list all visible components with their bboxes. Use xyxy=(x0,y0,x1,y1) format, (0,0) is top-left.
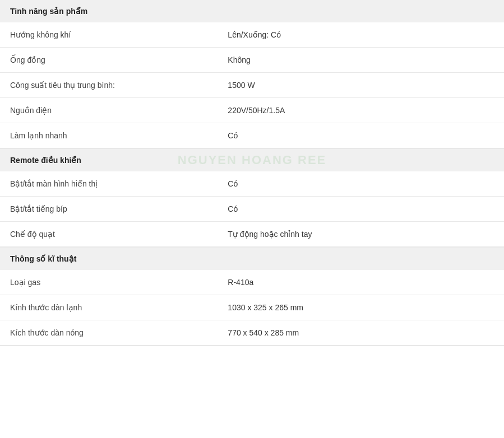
spec-label: Chế độ quạt xyxy=(10,230,228,239)
spec-row: Bật/tắt màn hình hiển thịCó xyxy=(0,171,504,197)
section-block-thong-so: Thông số kĩ thuậtLoại gasR-410aKính thướ… xyxy=(0,248,504,346)
spec-label: Bật/tắt màn hình hiển thị xyxy=(10,179,228,188)
spec-label: Bật/tắt tiếng bíp xyxy=(10,204,228,213)
spec-row: Hướng không khíLên/Xuống: Có xyxy=(0,22,504,48)
spec-row: Bật/tắt tiếng bípCó xyxy=(0,197,504,222)
spec-label: Hướng không khí xyxy=(10,30,228,39)
section-block-tinh-nang: Tinh năng sản phẩmHướng không khíLên/Xuố… xyxy=(0,0,504,149)
spec-row: Công suất tiêu thụ trung bình:1500 W xyxy=(0,73,504,98)
spec-value: 1500 W xyxy=(228,81,494,90)
section-title-remote: Remote điều khiển xyxy=(10,156,81,165)
spec-value: 770 x 540 x 285 mm xyxy=(228,328,494,337)
spec-label: Nguồn điện xyxy=(10,106,228,115)
spec-row: Ống đồngKhông xyxy=(0,48,504,73)
spec-label: Ống đồng xyxy=(10,55,228,64)
spec-value: Lên/Xuống: Có xyxy=(228,30,494,39)
section-header-thong-so: Thông số kĩ thuật xyxy=(0,248,504,270)
specs-container: Tinh năng sản phẩmHướng không khíLên/Xuố… xyxy=(0,0,504,346)
spec-row: Làm lạnh nhanhCó xyxy=(0,123,504,148)
spec-label: Công suất tiêu thụ trung bình: xyxy=(10,81,228,90)
spec-row: Kích thước dàn nóng770 x 540 x 285 mm xyxy=(0,320,504,346)
watermark: NGUYEN HOANG REE xyxy=(178,153,326,167)
spec-row: Kính thước dàn lạnh1030 x 325 x 265 mm xyxy=(0,295,504,320)
spec-row: Loại gasR-410a xyxy=(0,270,504,295)
spec-label: Làm lạnh nhanh xyxy=(10,131,228,140)
section-title-thong-so: Thông số kĩ thuật xyxy=(10,254,76,263)
spec-value: Có xyxy=(228,179,494,188)
spec-label: Loại gas xyxy=(10,278,228,287)
spec-value: Tự động hoặc chỉnh tay xyxy=(228,230,494,239)
spec-value: Có xyxy=(228,131,494,140)
section-header-remote: Remote điều khiểnNGUYEN HOANG REE xyxy=(0,149,504,171)
spec-value: R-410a xyxy=(228,278,494,287)
spec-label: Kích thước dàn nóng xyxy=(10,328,228,337)
section-title-tinh-nang: Tinh năng sản phẩm xyxy=(10,7,87,16)
spec-value: 220V/50Hz/1.5A xyxy=(228,106,494,115)
spec-row: Nguồn điện220V/50Hz/1.5A xyxy=(0,98,504,123)
spec-row: Chế độ quạtTự động hoặc chỉnh tay xyxy=(0,222,504,247)
spec-value: Không xyxy=(228,55,494,64)
section-block-remote: Remote điều khiểnNGUYEN HOANG REEBật/tắt… xyxy=(0,149,504,248)
spec-value: 1030 x 325 x 265 mm xyxy=(228,303,494,312)
spec-label: Kính thước dàn lạnh xyxy=(10,303,228,312)
section-header-tinh-nang: Tinh năng sản phẩm xyxy=(0,0,504,22)
spec-value: Có xyxy=(228,204,494,213)
